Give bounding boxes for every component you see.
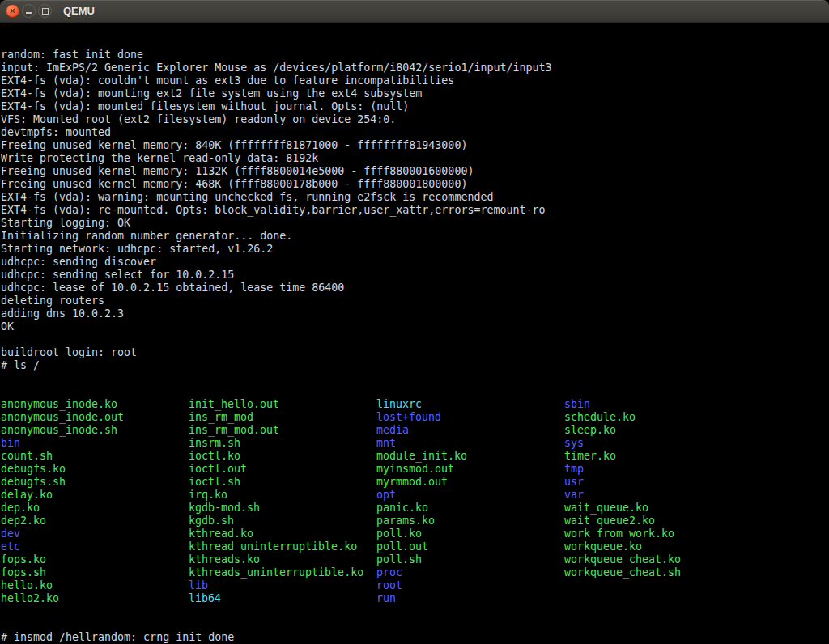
console-line: adding dns 10.0.2.3 (1, 307, 829, 320)
console-line: input: ImExPS/2 Generic Explorer Mouse a… (1, 61, 829, 74)
file-entry: module_init.ko (376, 450, 564, 463)
file-entry: delay.ko (1, 489, 189, 502)
file-entry: fops.ko (1, 553, 189, 566)
console-line: udhcpc: sending discover (1, 256, 829, 269)
terminal-console[interactable]: random: fast init doneinput: ImExPS/2 Ge… (0, 23, 829, 644)
file-entry: lib (189, 579, 376, 592)
file-entry: dep2.ko (1, 515, 189, 527)
file-entry: bin (1, 437, 189, 450)
console-line (1, 333, 829, 346)
file-entry: anonymous_inode.out (1, 411, 189, 424)
console-line: VFS: Mounted root (ext2 filesystem) read… (1, 113, 829, 126)
ls-row: delay.koirq.kooptvar (1, 489, 829, 502)
file-entry: fops.sh (1, 566, 189, 579)
console-line: # insmod /hellrandom: crng init done (1, 631, 829, 644)
file-entry: schedule.ko (564, 411, 636, 424)
maximize-icon (42, 8, 49, 15)
file-entry: params.ko (376, 515, 564, 527)
file-entry: wait_queue2.ko (564, 515, 655, 527)
file-entry: lost+found (376, 411, 564, 424)
file-entry: media (376, 424, 564, 437)
console-line: Starting network: udhcpc: started, v1.26… (1, 243, 829, 256)
ls-row: devkthread.kopoll.kowork_from_work.ko (1, 527, 829, 540)
file-entry: ioctl.sh (189, 476, 376, 489)
file-entry: hello.ko (1, 579, 189, 592)
console-line: EXT4-fs (vda): mounted filesystem withou… (1, 100, 829, 113)
file-entry: poll.out (376, 540, 564, 553)
ls-row: fops.shkthreads_uninterruptible.koprocwo… (1, 566, 829, 579)
console-line: # ls / (1, 359, 829, 372)
file-entry: insrm.sh (189, 437, 376, 450)
console-line: devtmpfs: mounted (1, 126, 829, 139)
file-entry: init_hello.out (189, 398, 376, 411)
file-entry: var (564, 489, 584, 502)
file-entry: linuxrc (376, 398, 564, 411)
file-entry: mnt (376, 437, 564, 450)
console-line: Freeing unused kernel memory: 1132K (fff… (1, 165, 829, 178)
ls-row: anonymous_inode.shins_rm_mod.outmediasle… (1, 424, 829, 437)
file-entry: work_from_work.ko (564, 527, 674, 540)
console-line: deleting routers (1, 294, 829, 307)
file-entry: workqueue_cheat.sh (564, 566, 681, 579)
console-line: Initializing random number generator... … (1, 230, 829, 243)
window-title: QEMU (63, 5, 95, 17)
titlebar: ✕ QEMU (0, 0, 829, 23)
maximize-button[interactable] (38, 4, 52, 18)
file-entry: ins_rm_mod.out (189, 424, 376, 437)
file-entry: workqueue.ko (564, 540, 642, 553)
file-entry: myrmmod.out (376, 476, 564, 489)
console-line: udhcpc: sending select for 10.0.2.15 (1, 269, 829, 282)
file-entry: proc (376, 566, 564, 579)
file-entry: root (376, 579, 564, 592)
ls-row: fops.kokthreads.kopoll.shworkqueue_cheat… (1, 553, 829, 566)
console-line: EXT4-fs (vda): warning: mounting uncheck… (1, 191, 829, 204)
file-entry: ins_rm_mod (189, 411, 376, 424)
close-button[interactable]: ✕ (6, 4, 19, 18)
ls-row: anonymous_inode.outins_rm_modlost+founds… (1, 411, 829, 424)
file-entry: debugfs.ko (1, 463, 189, 476)
console-line: EXT4-fs (vda): mounting ext2 file system… (1, 87, 829, 100)
ls-row: debugfs.koioctl.outmyinsmod.outtmp (1, 463, 829, 476)
file-entry: kthreads_uninterruptible.ko (189, 566, 376, 579)
file-entry: dep.ko (1, 502, 189, 515)
file-entry: kgdb.sh (189, 515, 376, 527)
file-entry: lib64 (189, 592, 376, 605)
file-entry: workqueue_cheat.ko (564, 553, 681, 566)
console-line: udhcpc: lease of 10.0.2.15 obtained, lea… (1, 282, 829, 294)
file-entry: anonymous_inode.ko (1, 398, 189, 411)
file-entry: poll.sh (376, 553, 564, 566)
console-line: EXT4-fs (vda): re-mounted. Opts: block_v… (1, 204, 829, 217)
file-entry: timer.ko (564, 450, 616, 463)
ls-row: hello2.kolib64run (1, 592, 829, 605)
close-icon: ✕ (9, 7, 15, 15)
file-entry: tmp (564, 463, 584, 476)
console-line: OK (1, 320, 829, 333)
ls-row: bininsrm.shmntsys (1, 437, 829, 450)
console-line: EXT4-fs (vda): couldn't mount as ext3 du… (1, 74, 829, 87)
boot-log: random: fast init doneinput: ImExPS/2 Ge… (1, 49, 829, 372)
file-entry: dev (1, 527, 189, 540)
console-line: Write protecting the kernel read-only da… (1, 152, 829, 165)
file-entry: sbin (564, 398, 590, 411)
file-entry: sleep.ko (564, 424, 616, 437)
file-entry: ioctl.ko (189, 450, 376, 463)
file-entry: kgdb-mod.sh (189, 502, 376, 515)
file-entry: count.sh (1, 450, 189, 463)
file-entry: irq.ko (189, 489, 376, 502)
ls-row: dep2.kokgdb.shparams.kowait_queue2.ko (1, 515, 829, 527)
file-entry: ioctl.out (189, 463, 376, 476)
file-entry: wait_queue.ko (564, 502, 648, 515)
ls-row: anonymous_inode.koinit_hello.outlinuxrcs… (1, 398, 829, 411)
ls-row: dep.kokgdb-mod.shpanic.kowait_queue.ko (1, 502, 829, 515)
minimize-icon (26, 12, 32, 14)
qemu-window: ✕ QEMU random: fast init doneinput: ImEx… (0, 0, 829, 644)
ls-row: etckthread_uninterruptible.kopoll.outwor… (1, 540, 829, 553)
console-line: Freeing unused kernel memory: 468K (ffff… (1, 178, 829, 191)
file-entry: run (376, 592, 564, 605)
minimize-button[interactable] (22, 4, 36, 18)
ls-output: anonymous_inode.koinit_hello.outlinuxrcs… (1, 398, 829, 605)
file-entry: myinsmod.out (376, 463, 564, 476)
file-entry: panic.ko (376, 502, 564, 515)
file-entry: kthreads.ko (189, 553, 376, 566)
console-line: Freeing unused kernel memory: 840K (ffff… (1, 139, 829, 152)
